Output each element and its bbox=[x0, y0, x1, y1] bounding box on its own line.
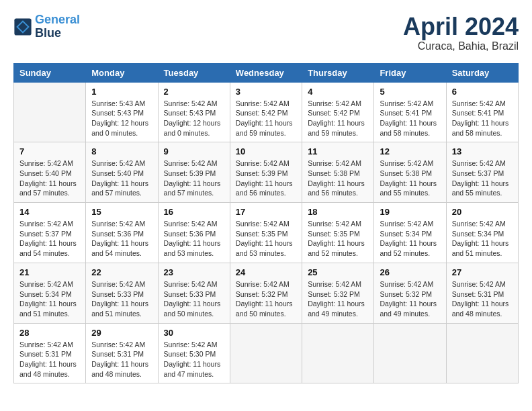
day-number: 24 bbox=[236, 267, 296, 277]
day-number: 8 bbox=[91, 146, 152, 156]
day-info: Sunrise: 5:42 AMSunset: 5:40 PMDaylight:… bbox=[19, 158, 80, 198]
calendar-cell bbox=[446, 323, 518, 383]
calendar-cell: 16Sunrise: 5:42 AMSunset: 5:36 PMDayligh… bbox=[158, 203, 230, 263]
title-section: April 2024 Curaca, Bahia, Brazil bbox=[403, 13, 519, 52]
calendar-cell: 27Sunrise: 5:42 AMSunset: 5:31 PMDayligh… bbox=[446, 263, 518, 323]
day-info: Sunrise: 5:42 AMSunset: 5:31 PMDaylight:… bbox=[452, 279, 513, 319]
day-number: 5 bbox=[380, 87, 440, 97]
calendar-cell: 5Sunrise: 5:42 AMSunset: 5:41 PMDaylight… bbox=[374, 82, 446, 142]
day-number: 23 bbox=[164, 267, 224, 277]
calendar-cell: 15Sunrise: 5:42 AMSunset: 5:36 PMDayligh… bbox=[86, 203, 158, 263]
weekday-header-saturday: Saturday bbox=[446, 63, 518, 82]
day-info: Sunrise: 5:42 AMSunset: 5:34 PMDaylight:… bbox=[380, 219, 440, 259]
day-info: Sunrise: 5:42 AMSunset: 5:33 PMDaylight:… bbox=[91, 279, 152, 319]
calendar-cell: 20Sunrise: 5:42 AMSunset: 5:34 PMDayligh… bbox=[446, 203, 518, 263]
calendar-cell bbox=[374, 323, 446, 383]
calendar-cell: 9Sunrise: 5:42 AMSunset: 5:39 PMDaylight… bbox=[158, 142, 230, 203]
day-number: 18 bbox=[308, 207, 368, 217]
day-info: Sunrise: 5:42 AMSunset: 5:39 PMDaylight:… bbox=[164, 158, 224, 198]
calendar-cell: 24Sunrise: 5:42 AMSunset: 5:32 PMDayligh… bbox=[230, 263, 302, 323]
day-number: 4 bbox=[308, 87, 368, 97]
calendar-week-3: 14Sunrise: 5:42 AMSunset: 5:37 PMDayligh… bbox=[14, 203, 519, 263]
day-info: Sunrise: 5:42 AMSunset: 5:34 PMDaylight:… bbox=[19, 279, 80, 319]
calendar-body: 1Sunrise: 5:43 AMSunset: 5:43 PMDaylight… bbox=[14, 82, 519, 383]
day-info: Sunrise: 5:42 AMSunset: 5:42 PMDaylight:… bbox=[236, 99, 296, 138]
day-info: Sunrise: 5:42 AMSunset: 5:32 PMDaylight:… bbox=[308, 279, 368, 319]
day-info: Sunrise: 5:42 AMSunset: 5:32 PMDaylight:… bbox=[380, 279, 440, 319]
calendar-table: SundayMondayTuesdayWednesdayThursdayFrid… bbox=[13, 63, 519, 384]
calendar-cell: 4Sunrise: 5:42 AMSunset: 5:42 PMDaylight… bbox=[302, 82, 374, 142]
day-number: 13 bbox=[452, 146, 513, 156]
logo-text: GeneralBlue bbox=[35, 13, 80, 40]
calendar-cell: 23Sunrise: 5:42 AMSunset: 5:33 PMDayligh… bbox=[158, 263, 230, 323]
day-number: 19 bbox=[380, 207, 440, 217]
day-number: 27 bbox=[452, 267, 513, 277]
day-number: 12 bbox=[380, 146, 440, 156]
day-info: Sunrise: 5:42 AMSunset: 5:39 PMDaylight:… bbox=[236, 158, 296, 198]
location-subtitle: Curaca, Bahia, Brazil bbox=[403, 40, 519, 52]
day-info: Sunrise: 5:42 AMSunset: 5:35 PMDaylight:… bbox=[236, 219, 296, 259]
day-number: 28 bbox=[19, 328, 80, 338]
calendar-week-5: 28Sunrise: 5:42 AMSunset: 5:31 PMDayligh… bbox=[14, 323, 519, 383]
calendar-cell: 10Sunrise: 5:42 AMSunset: 5:39 PMDayligh… bbox=[230, 142, 302, 203]
day-number: 26 bbox=[380, 267, 440, 277]
day-info: Sunrise: 5:42 AMSunset: 5:31 PMDaylight:… bbox=[91, 340, 152, 379]
calendar-cell: 2Sunrise: 5:42 AMSunset: 5:43 PMDaylight… bbox=[158, 82, 230, 142]
calendar-cell bbox=[14, 82, 86, 142]
logo: GeneralBlue bbox=[13, 13, 80, 40]
calendar-cell: 29Sunrise: 5:42 AMSunset: 5:31 PMDayligh… bbox=[86, 323, 158, 383]
calendar-cell bbox=[302, 323, 374, 383]
calendar-week-4: 21Sunrise: 5:42 AMSunset: 5:34 PMDayligh… bbox=[14, 263, 519, 323]
weekday-header-wednesday: Wednesday bbox=[230, 63, 302, 82]
day-info: Sunrise: 5:42 AMSunset: 5:38 PMDaylight:… bbox=[380, 158, 440, 198]
day-number: 21 bbox=[19, 267, 80, 277]
day-number: 22 bbox=[91, 267, 152, 277]
calendar-cell: 14Sunrise: 5:42 AMSunset: 5:37 PMDayligh… bbox=[14, 203, 86, 263]
calendar-cell: 3Sunrise: 5:42 AMSunset: 5:42 PMDaylight… bbox=[230, 82, 302, 142]
day-number: 7 bbox=[19, 146, 80, 156]
day-number: 11 bbox=[308, 146, 368, 156]
day-info: Sunrise: 5:42 AMSunset: 5:40 PMDaylight:… bbox=[91, 158, 152, 198]
calendar-cell bbox=[230, 323, 302, 383]
logo-icon bbox=[13, 17, 32, 36]
day-number: 30 bbox=[164, 328, 224, 338]
calendar-header-row: SundayMondayTuesdayWednesdayThursdayFrid… bbox=[14, 63, 519, 82]
calendar-week-1: 1Sunrise: 5:43 AMSunset: 5:43 PMDaylight… bbox=[14, 82, 519, 142]
day-info: Sunrise: 5:42 AMSunset: 5:35 PMDaylight:… bbox=[308, 219, 368, 259]
weekday-header-tuesday: Tuesday bbox=[158, 63, 230, 82]
day-info: Sunrise: 5:42 AMSunset: 5:41 PMDaylight:… bbox=[452, 99, 513, 138]
day-number: 3 bbox=[236, 87, 296, 97]
day-info: Sunrise: 5:42 AMSunset: 5:37 PMDaylight:… bbox=[19, 219, 80, 259]
calendar-cell: 6Sunrise: 5:42 AMSunset: 5:41 PMDaylight… bbox=[446, 82, 518, 142]
calendar-cell: 12Sunrise: 5:42 AMSunset: 5:38 PMDayligh… bbox=[374, 142, 446, 203]
page-header: GeneralBlue April 2024 Curaca, Bahia, Br… bbox=[13, 13, 519, 52]
calendar-cell: 21Sunrise: 5:42 AMSunset: 5:34 PMDayligh… bbox=[14, 263, 86, 323]
day-number: 2 bbox=[164, 87, 224, 97]
day-info: Sunrise: 5:42 AMSunset: 5:31 PMDaylight:… bbox=[19, 340, 80, 379]
calendar-cell: 13Sunrise: 5:42 AMSunset: 5:37 PMDayligh… bbox=[446, 142, 518, 203]
day-info: Sunrise: 5:42 AMSunset: 5:32 PMDaylight:… bbox=[236, 279, 296, 319]
weekday-header-friday: Friday bbox=[374, 63, 446, 82]
day-number: 17 bbox=[236, 207, 296, 217]
day-info: Sunrise: 5:42 AMSunset: 5:42 PMDaylight:… bbox=[308, 99, 368, 138]
day-info: Sunrise: 5:42 AMSunset: 5:37 PMDaylight:… bbox=[452, 158, 513, 198]
calendar-cell: 19Sunrise: 5:42 AMSunset: 5:34 PMDayligh… bbox=[374, 203, 446, 263]
weekday-header-thursday: Thursday bbox=[302, 63, 374, 82]
calendar-cell: 7Sunrise: 5:42 AMSunset: 5:40 PMDaylight… bbox=[14, 142, 86, 203]
day-number: 9 bbox=[164, 146, 224, 156]
day-info: Sunrise: 5:42 AMSunset: 5:41 PMDaylight:… bbox=[380, 99, 440, 138]
day-number: 29 bbox=[91, 328, 152, 338]
calendar-cell: 17Sunrise: 5:42 AMSunset: 5:35 PMDayligh… bbox=[230, 203, 302, 263]
day-number: 25 bbox=[308, 267, 368, 277]
day-info: Sunrise: 5:43 AMSunset: 5:43 PMDaylight:… bbox=[91, 99, 152, 138]
day-info: Sunrise: 5:42 AMSunset: 5:36 PMDaylight:… bbox=[164, 219, 224, 259]
calendar-cell: 11Sunrise: 5:42 AMSunset: 5:38 PMDayligh… bbox=[302, 142, 374, 203]
day-number: 6 bbox=[452, 87, 513, 97]
day-number: 16 bbox=[164, 207, 224, 217]
weekday-header-sunday: Sunday bbox=[14, 63, 86, 82]
day-info: Sunrise: 5:42 AMSunset: 5:33 PMDaylight:… bbox=[164, 279, 224, 319]
calendar-week-2: 7Sunrise: 5:42 AMSunset: 5:40 PMDaylight… bbox=[14, 142, 519, 203]
calendar-cell: 26Sunrise: 5:42 AMSunset: 5:32 PMDayligh… bbox=[374, 263, 446, 323]
weekday-header-monday: Monday bbox=[86, 63, 158, 82]
calendar-cell: 30Sunrise: 5:42 AMSunset: 5:30 PMDayligh… bbox=[158, 323, 230, 383]
